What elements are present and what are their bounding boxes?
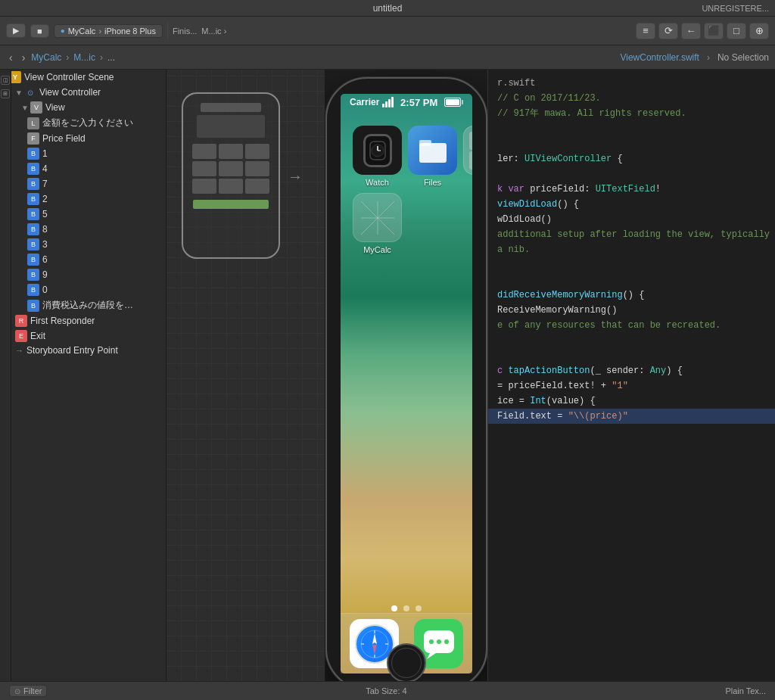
sidebar-item-btn9[interactable]: B 9 bbox=[0, 267, 166, 282]
phone-screen: Carrier 2:57 PM bbox=[341, 94, 472, 674]
files-icon bbox=[408, 126, 457, 175]
sidebar-item-label[interactable]: L 金額をご入力ください bbox=[0, 115, 166, 131]
code-line-20: = priceField.text! + "1" bbox=[488, 378, 775, 394]
finish-label: Finis... bbox=[173, 26, 197, 36]
watch-label: Watch bbox=[366, 178, 389, 187]
code-line-12 bbox=[488, 257, 775, 272]
sidebar-item-pricefield[interactable]: F Price Field bbox=[0, 131, 166, 146]
sidebar-item-firstresponder[interactable]: R First Responder bbox=[0, 313, 166, 328]
btn7-icon: B bbox=[27, 178, 39, 190]
btn2-label: 2 bbox=[42, 194, 48, 204]
view-expand-arrow: ▼ bbox=[21, 104, 29, 112]
title-bar: untitled UNREGISTERE... bbox=[0, 0, 775, 17]
watch-app[interactable]: Watch bbox=[353, 126, 402, 187]
code-line-2: // 917年 mawa. All rights reserved. bbox=[488, 106, 775, 121]
home-screen: Watch Files bbox=[341, 110, 472, 613]
expand-arrow: ▼ bbox=[15, 89, 23, 97]
breadcrumb-file[interactable]: M...ic bbox=[73, 52, 95, 63]
plain-text-label: Plain Tex... bbox=[725, 686, 766, 695]
code-line-21: ice = Int(value) { bbox=[488, 394, 775, 409]
code-filename: r.swift bbox=[488, 76, 775, 91]
grid-view-button[interactable]: ≡ bbox=[636, 23, 655, 39]
btn9-icon: B bbox=[27, 269, 39, 281]
mycalc-app[interactable]: MyCalc bbox=[353, 193, 402, 254]
layout-button[interactable]: □ bbox=[727, 23, 746, 39]
stop-button[interactable]: ■ bbox=[30, 24, 49, 38]
btn5-label: 5 bbox=[42, 209, 48, 219]
sidebar-item-btn1[interactable]: B 1 bbox=[0, 146, 166, 161]
files-app[interactable]: Files bbox=[408, 126, 457, 187]
sidebar-item-tax[interactable]: B 消費税込みの値段を… bbox=[0, 297, 166, 313]
tab-size-label: Tab Size: 4 bbox=[366, 686, 406, 695]
panel-icon-symbol-1: ◫ bbox=[3, 77, 8, 83]
btn8-icon: B bbox=[27, 223, 39, 235]
btn7-label: 7 bbox=[42, 179, 48, 189]
vc-icon: ⊙ bbox=[24, 86, 36, 98]
sidebar-item-btn4[interactable]: B 4 bbox=[0, 161, 166, 176]
nav-forward-button[interactable]: › bbox=[19, 51, 29, 64]
toolbar-right: ≡ ⟳ ← ⬛ □ ⊕ bbox=[636, 23, 769, 39]
sidebar-item-btn2[interactable]: B 2 bbox=[0, 191, 166, 207]
entry-arrow: → bbox=[15, 346, 23, 355]
btn1-icon: B bbox=[27, 148, 39, 160]
run-button[interactable]: ▶ bbox=[6, 23, 26, 38]
sidebar-item-btn0[interactable]: B 0 bbox=[0, 282, 166, 297]
refresh-button[interactable]: ⟳ bbox=[658, 23, 678, 39]
files-label: Files bbox=[424, 178, 441, 187]
panel-icon-2[interactable]: ⊞ bbox=[1, 89, 10, 98]
code-line-8: viewDidLoad() { bbox=[488, 197, 775, 212]
filter-label: Filter bbox=[23, 686, 42, 695]
sidebar-item-btn8[interactable]: B 8 bbox=[0, 222, 166, 237]
svg-point-24 bbox=[429, 639, 434, 644]
home-button[interactable] bbox=[387, 643, 426, 681]
file-label: M...ic › bbox=[201, 26, 226, 36]
sidebar-item-entrypoint[interactable]: → Storyboard Entry Point bbox=[0, 344, 166, 357]
sidebar-item-btn7[interactable]: B 7 bbox=[0, 176, 166, 191]
sidebar-item-viewcontroller[interactable]: ▼ ⊙ View Controller bbox=[0, 85, 166, 100]
sidebar-item-view[interactable]: ▼ V View bbox=[0, 100, 166, 115]
dot-2 bbox=[403, 605, 409, 611]
sidebar-item-scene[interactable]: Y View Controller Scene bbox=[0, 70, 166, 85]
panel-icon-1[interactable]: ◫ bbox=[1, 76, 10, 85]
sidebar-item-btn3[interactable]: B 3 bbox=[0, 237, 166, 252]
scheme-selector[interactable]: ● MyCalc › iPhone 8 Plus bbox=[54, 24, 163, 38]
code-line-7: k var priceField: UITextField! bbox=[488, 182, 775, 197]
grid-cell-1 bbox=[469, 132, 473, 150]
btn4-icon: B bbox=[27, 163, 39, 175]
chevron-icon: › bbox=[98, 26, 101, 36]
code-line-15: ReceiveMemoryWarning() bbox=[488, 303, 775, 318]
storyboard-phone bbox=[182, 92, 280, 259]
entry-label: Storyboard Entry Point bbox=[26, 345, 118, 356]
code-line-14: didReceiveMemoryWarning() { bbox=[488, 288, 775, 303]
exit-icon: E bbox=[15, 330, 27, 342]
back-button[interactable]: ← bbox=[681, 23, 701, 39]
btn1-label: 1 bbox=[42, 148, 48, 159]
nav-back-button[interactable]: ‹ bbox=[6, 51, 16, 64]
breadcrumb-myCalc[interactable]: MyCalc bbox=[31, 52, 61, 63]
extras-app[interactable]: Extras bbox=[463, 126, 472, 187]
code-line-3 bbox=[488, 121, 775, 136]
breadcrumb-partial: ... bbox=[107, 52, 115, 63]
mycalc-icon bbox=[353, 193, 402, 242]
editor-button[interactable]: ⬛ bbox=[704, 23, 724, 39]
status-bottom: ⊙ Filter Tab Size: 4 Plain Tex... bbox=[0, 681, 775, 700]
pricefield-label: Price Field bbox=[42, 133, 86, 144]
code-line-11: a nib. bbox=[488, 242, 775, 257]
btn6-label: 6 bbox=[42, 254, 48, 265]
sidebar-item-exit[interactable]: E Exit bbox=[0, 328, 166, 344]
assistant-button[interactable]: ⊕ bbox=[749, 23, 769, 39]
unregistered-label: UNREGISTERE... bbox=[702, 4, 769, 13]
label-text: 金額をご入力ください bbox=[42, 117, 133, 129]
tax-label: 消費税込みの値段を… bbox=[42, 299, 133, 312]
view-label: View bbox=[45, 102, 65, 113]
sidebar-item-btn5[interactable]: B 5 bbox=[0, 207, 166, 222]
breadcrumb-viewcontroller[interactable]: ViewController.swift bbox=[620, 52, 699, 63]
sidebar-item-btn6[interactable]: B 6 bbox=[0, 252, 166, 267]
main-layout: Y View Controller Scene ▼ ⊙ View Control… bbox=[0, 70, 775, 681]
battery-icon bbox=[444, 98, 463, 107]
filter-box[interactable]: ⊙ Filter bbox=[9, 685, 47, 697]
sidebar: Y View Controller Scene ▼ ⊙ View Control… bbox=[0, 70, 167, 681]
status-time: 2:57 PM bbox=[400, 97, 437, 108]
view-icon: V bbox=[30, 101, 42, 114]
far-left-panel: ◫ ⊞ bbox=[0, 70, 11, 681]
